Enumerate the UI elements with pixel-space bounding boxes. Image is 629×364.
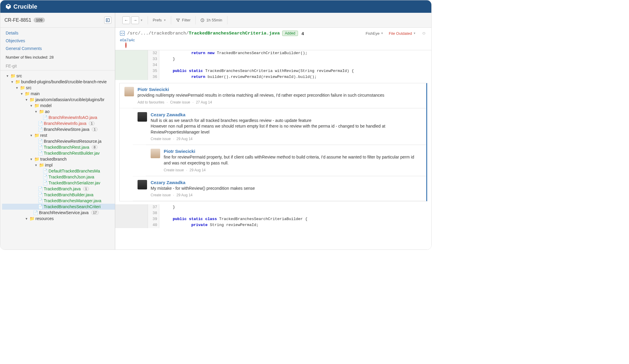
folder-icon: 📁 bbox=[25, 91, 29, 96]
next-file-button[interactable]: → bbox=[131, 16, 139, 24]
tree-file[interactable]: 📄TrackedBranchJson.java bbox=[2, 174, 115, 180]
logo[interactable]: Crucible bbox=[5, 3, 37, 10]
tree-folder[interactable]: ▼📁src bbox=[2, 85, 115, 91]
comment-reply[interactable]: Cezary Zawadka Null is ok as we search f… bbox=[133, 108, 426, 145]
time-spent[interactable]: 1h 55min bbox=[200, 18, 222, 22]
line-number[interactable]: 34 bbox=[148, 62, 159, 68]
unread-indicator-icon bbox=[125, 42, 127, 48]
line-number[interactable]: 35 bbox=[148, 68, 159, 74]
line-number[interactable]: 37 bbox=[148, 204, 159, 210]
tree-folder[interactable]: ▼📁model bbox=[2, 103, 115, 109]
clock-icon bbox=[200, 18, 205, 22]
tree-folder[interactable]: ▼📁java/com/atlassian/crucible/plugins/br bbox=[2, 97, 115, 103]
code-line[interactable] bbox=[159, 62, 431, 68]
file-icon: 📄 bbox=[38, 186, 43, 191]
general-comments-link[interactable]: General Comments bbox=[6, 46, 110, 51]
create-issue-link[interactable]: Create issue bbox=[151, 193, 171, 197]
line-number[interactable]: 39 bbox=[148, 216, 159, 222]
comment-count-badge: 8 bbox=[92, 145, 98, 149]
file-icon: 📄 bbox=[43, 175, 47, 179]
tree-folder[interactable]: ▼📁main bbox=[2, 91, 115, 97]
tree-folder[interactable]: ▼📁trackedbranch bbox=[2, 156, 115, 162]
review-id[interactable]: CR-FE-8851 109 bbox=[4, 18, 45, 23]
comment-reply[interactable]: Cezary Zawadka My mistake - for withRevi… bbox=[133, 176, 426, 201]
tree-folder[interactable]: ▼📁src bbox=[2, 73, 115, 79]
caret-down-icon: ▼ bbox=[29, 104, 33, 107]
nav-dropdown[interactable]: ▼ bbox=[140, 19, 143, 22]
tree-folder[interactable]: ▼📁rest bbox=[2, 132, 115, 138]
file-type-icon: <> bbox=[120, 31, 125, 36]
code-line[interactable]: return builder().reviewPermaId(reviewPer… bbox=[159, 74, 431, 80]
line-number[interactable]: 32 bbox=[148, 50, 159, 56]
add-to-favourites-link[interactable]: Add to favourites bbox=[138, 100, 164, 104]
code-line[interactable] bbox=[159, 210, 431, 216]
file-outdated-dropdown[interactable]: File Outdated▼ bbox=[389, 31, 416, 36]
comment-date: 29 Aug 14 bbox=[177, 193, 193, 197]
comment[interactable]: Piotr Swiecicki providing null/empty rev… bbox=[120, 83, 426, 108]
avatar[interactable] bbox=[138, 112, 147, 122]
comment-text: fine for reviewPermaId property, but if … bbox=[164, 154, 422, 166]
tree-file[interactable]: 📄BranchReviewInfo.java1 bbox=[2, 120, 115, 126]
tree-file[interactable]: 📄TrackedBranchSerializer.jav bbox=[2, 180, 115, 186]
folder-icon: 📁 bbox=[39, 163, 44, 167]
details-link[interactable]: Details bbox=[6, 31, 110, 35]
code-line[interactable]: private String reviewPermaId; bbox=[159, 222, 431, 228]
create-issue-link[interactable]: Create issue bbox=[151, 137, 171, 141]
comment-count-badge: 1 bbox=[92, 127, 98, 131]
tree-file[interactable]: 📄BranchReviewRestResource.ja bbox=[2, 138, 115, 144]
caret-down-icon: ▼ bbox=[34, 164, 38, 167]
tree-file[interactable]: 📄TrackedBranchRestBuilder.jav bbox=[2, 150, 115, 156]
avatar[interactable] bbox=[151, 149, 160, 158]
tree-file[interactable]: 📄TrackedBranchRest.java8 bbox=[2, 144, 115, 150]
tree-folder[interactable]: ▼📁bundled-plugins/bundled/crucible-branc… bbox=[2, 79, 115, 85]
tree-file[interactable]: 📄DefaultTrackedBranchesMa bbox=[2, 168, 115, 174]
code-line[interactable]: public static class TrackedBranchesSearc… bbox=[159, 216, 431, 222]
prev-file-button[interactable]: ← bbox=[122, 16, 130, 24]
comment-author[interactable]: Piotr Swiecicki bbox=[138, 87, 422, 92]
avatar[interactable] bbox=[124, 87, 134, 96]
collapse-sidebar-button[interactable] bbox=[104, 17, 111, 24]
prefs-dropdown[interactable]: Prefs▼ bbox=[153, 18, 166, 22]
tree-file-selected[interactable]: 📄TrackedBranchesSearchCriteri bbox=[2, 204, 115, 210]
caret-down-icon: ▼ bbox=[34, 110, 38, 113]
toolbar: ← → ▼ Prefs▼ Filter bbox=[115, 13, 431, 28]
caret-down-icon: ▼ bbox=[6, 74, 9, 78]
comment-author[interactable]: Cezary Zawadka bbox=[151, 180, 422, 185]
code-line[interactable]: public static TrackedBranchesSearchCrite… bbox=[159, 68, 431, 74]
collapse-icon bbox=[106, 18, 110, 22]
create-issue-link[interactable]: Create issue bbox=[164, 168, 184, 172]
comment-reply[interactable]: Piotr Swiecicki fine for reviewPermaId p… bbox=[146, 145, 426, 176]
objectives-link[interactable]: Objectives bbox=[6, 38, 110, 43]
tree-folder[interactable]: ▼📁impl bbox=[2, 162, 115, 168]
tree-file[interactable]: 📄TrackedBranchBuilder.java bbox=[2, 192, 115, 198]
file-icon: 📄 bbox=[38, 145, 43, 150]
line-number[interactable]: 38 bbox=[148, 210, 159, 216]
code-line[interactable]: return new TrackedBranchesSearchCriteria… bbox=[159, 50, 431, 56]
folder-icon: 📁 bbox=[34, 157, 39, 161]
fisheye-dropdown[interactable]: FishEye▼ bbox=[366, 31, 383, 36]
file-path[interactable]: /src/.../trackedbranch/TrackedBranchesSe… bbox=[127, 31, 280, 36]
tree-file[interactable]: 📄BranchReviewInfoAO.java bbox=[2, 114, 115, 120]
tree-file[interactable]: 📄BranchReviewStore.java1 bbox=[2, 126, 115, 132]
avatar[interactable] bbox=[138, 180, 147, 189]
link-icon[interactable] bbox=[421, 32, 427, 35]
files-included-label: Number of files included: 28 bbox=[0, 55, 115, 62]
line-number[interactable]: 36 bbox=[148, 74, 159, 80]
tree-folder[interactable]: ▼📁ao bbox=[2, 109, 115, 114]
tree-folder[interactable]: ▼📁resources bbox=[2, 216, 115, 222]
filter-button[interactable]: Filter bbox=[176, 18, 191, 22]
tree-file[interactable]: 📄TrackedBranch.java1 bbox=[2, 186, 115, 192]
comment-author[interactable]: Piotr Swiecicki bbox=[164, 149, 422, 154]
code-line[interactable]: } bbox=[159, 56, 431, 62]
commit-hash[interactable]: e0a7a4c bbox=[120, 38, 135, 42]
line-number[interactable]: 33 bbox=[148, 56, 159, 62]
comment-date: 29 Aug 14 bbox=[177, 137, 193, 141]
create-issue-link[interactable]: Create issue bbox=[170, 100, 190, 104]
comment-author[interactable]: Cezary Zawadka bbox=[151, 112, 422, 117]
sidebar: CR-FE-8851 109 Details Objectives Genera… bbox=[0, 13, 115, 250]
tree-file[interactable]: 📄BranchReviewService.java17 bbox=[2, 210, 115, 216]
line-number[interactable]: 40 bbox=[148, 222, 159, 228]
folder-icon: 📁 bbox=[34, 103, 39, 108]
code-line[interactable]: } bbox=[159, 204, 431, 210]
tree-file[interactable]: 📄TrackedBranchesManager.java bbox=[2, 198, 115, 204]
